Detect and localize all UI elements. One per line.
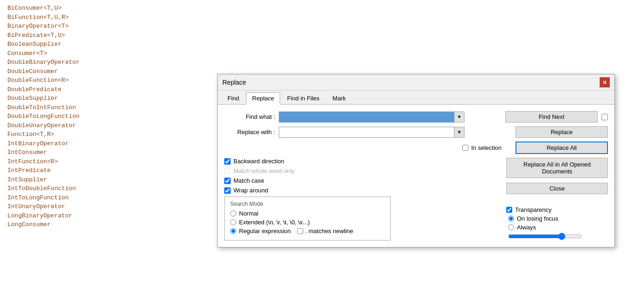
replace-button[interactable]: Replace xyxy=(515,126,608,138)
replace-with-dropdown[interactable]: ▼ xyxy=(454,127,465,138)
search-mode-extended-row: Extended (\n, \r, \t, \0, \x...) xyxy=(230,219,385,226)
replace-with-input-wrap: ▼ xyxy=(279,127,465,138)
on-losing-focus-radio[interactable] xyxy=(508,216,514,222)
backward-direction-checkbox[interactable] xyxy=(224,158,231,165)
find-next-checkbox[interactable] xyxy=(601,114,608,120)
tab-find[interactable]: Find xyxy=(221,93,245,104)
search-mode-regex-row: Regular expression . matches newline xyxy=(230,228,385,234)
matches-newline-area: . matches newline xyxy=(297,228,353,234)
transparency-slider-row xyxy=(508,233,608,240)
dialog-body: Find what : ▼ Find Next Replace with : ▼… xyxy=(218,105,614,247)
transparency-checkbox[interactable] xyxy=(506,207,512,213)
find-what-dropdown[interactable]: ▼ xyxy=(454,111,465,123)
options-panel: Backward direction Match whole word only… xyxy=(224,158,500,241)
find-what-row: Find what : ▼ Find Next xyxy=(224,111,608,123)
backward-direction-label: Backward direction xyxy=(233,158,284,165)
transparency-label: Transparency xyxy=(515,206,552,213)
search-mode-normal-row: Normal xyxy=(230,210,385,217)
search-mode-extended-label: Extended (\n, \r, \t, \0, \x...) xyxy=(239,219,310,226)
search-mode-box: Search Mode Normal Extended (\n, \r, \t,… xyxy=(224,197,391,241)
match-whole-word-row: Match whole word only xyxy=(224,167,500,174)
search-mode-extended-radio[interactable] xyxy=(230,219,236,225)
find-what-label: Find what : xyxy=(224,113,275,120)
match-case-label: Match case xyxy=(233,177,264,184)
tab-find-in-files[interactable]: Find in Files xyxy=(281,93,325,104)
wrap-around-checkbox[interactable] xyxy=(224,187,231,194)
matches-newline-checkbox[interactable] xyxy=(297,228,303,234)
find-what-input-wrap: ▼ xyxy=(279,111,465,123)
close-icon-button[interactable]: × xyxy=(600,77,610,87)
match-whole-word-label: Match whole word only xyxy=(233,167,294,174)
tab-mark[interactable]: Mark xyxy=(326,93,352,104)
search-mode-regex-label: Regular expression xyxy=(239,228,291,234)
always-label: Always xyxy=(517,224,536,231)
find-next-button[interactable]: Find Next xyxy=(505,111,598,123)
on-losing-focus-row: On losing focus xyxy=(508,215,608,222)
match-case-row: Match case xyxy=(224,177,500,184)
backward-direction-row: Backward direction xyxy=(224,158,500,165)
wrap-around-label: Wrap around xyxy=(233,187,268,194)
replace-with-input[interactable] xyxy=(279,127,454,138)
close-button[interactable]: Close xyxy=(506,183,608,194)
tab-replace[interactable]: Replace xyxy=(246,93,280,105)
wrap-around-row: Wrap around xyxy=(224,187,500,194)
replace-with-label: Replace with : xyxy=(224,129,275,136)
transparency-row: Transparency xyxy=(506,206,608,213)
on-losing-focus-label: On losing focus xyxy=(517,215,558,222)
always-row: Always xyxy=(508,224,608,231)
always-radio[interactable] xyxy=(508,224,514,230)
replace-all-button[interactable]: Replace All xyxy=(515,142,608,154)
match-case-checkbox[interactable] xyxy=(224,178,231,184)
search-mode-regex-radio[interactable] xyxy=(230,228,236,234)
search-mode-title: Search Mode xyxy=(230,201,385,207)
search-mode-normal-radio[interactable] xyxy=(230,210,236,216)
replace-all-opened-button[interactable]: Replace All in All Opened Documents xyxy=(506,158,608,178)
replace-with-row: Replace with : ▼ Replace xyxy=(224,126,608,138)
find-what-input[interactable] xyxy=(279,111,454,123)
matches-newline-label: . matches newline xyxy=(305,228,353,234)
right-panel: Replace All in All Opened Documents Clos… xyxy=(506,158,608,241)
replace-dialog: Replace × Find Replace Find in Files Mar… xyxy=(217,74,615,247)
in-selection-checkbox[interactable] xyxy=(462,145,468,151)
transparency-slider[interactable] xyxy=(508,233,582,240)
in-selection-area: In selection xyxy=(224,144,502,151)
transparency-section: Transparency On losing focus Always xyxy=(506,206,608,240)
dialog-tabs: Find Replace Find in Files Mark xyxy=(218,91,614,105)
in-selection-label: In selection xyxy=(471,144,502,151)
dialog-titlebar: Replace × xyxy=(218,74,614,91)
match-whole-word-checkbox[interactable] xyxy=(224,168,231,174)
dialog-title: Replace xyxy=(222,79,246,86)
search-mode-normal-label: Normal xyxy=(239,210,258,217)
